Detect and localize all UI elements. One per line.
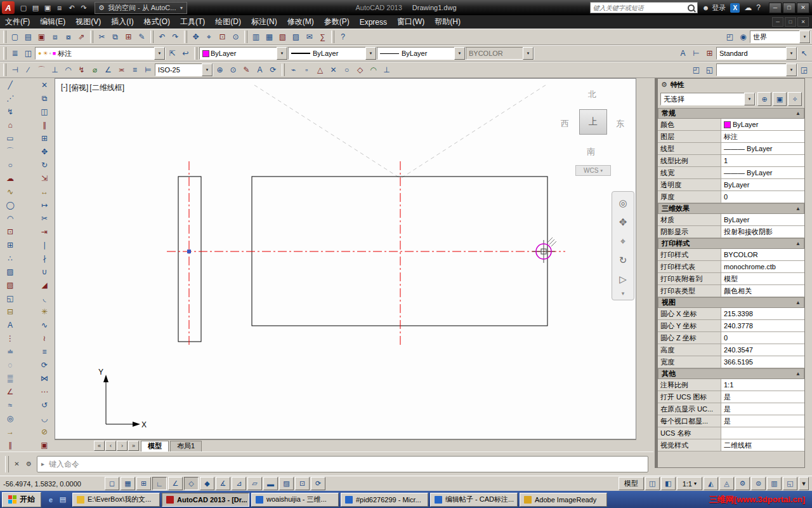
close-button[interactable]: ✕: [797, 3, 809, 13]
copy-icon[interactable]: ⧉: [108, 30, 122, 44]
transparency-icon[interactable]: ▨: [279, 477, 294, 490]
undo-icon[interactable]: ↶: [155, 30, 169, 44]
offset-icon[interactable]: ∥: [38, 118, 51, 131]
property-value[interactable]: 颜色相关: [721, 285, 804, 297]
toolbar-grip[interactable]: [184, 30, 187, 43]
search-input[interactable]: [591, 4, 685, 11]
quick-dim-icon[interactable]: ≍: [115, 64, 128, 77]
table-style-icon[interactable]: ⊞: [703, 47, 716, 60]
taskbar-item-imageready[interactable]: Adobe ImageReady: [520, 493, 607, 507]
region-icon[interactable]: ◱: [4, 291, 17, 305]
dynamic-input-icon[interactable]: ▱: [247, 477, 262, 490]
ordinate-icon[interactable]: ⊥: [48, 64, 62, 77]
annotation-visibility-icon[interactable]: ◭: [704, 477, 718, 490]
start-button[interactable]: 开始: [2, 492, 41, 507]
publish-icon[interactable]: ⇗: [75, 30, 88, 44]
menu-format[interactable]: 格式(O): [139, 15, 175, 29]
taskbar-item-autocad[interactable]: AutoCAD 2013 - [Dr...: [162, 493, 249, 507]
line-icon[interactable]: ╱: [4, 78, 17, 91]
property-value[interactable]: 是: [721, 415, 804, 427]
quick-properties-icon[interactable]: ⊡: [295, 477, 310, 490]
select-objects-icon[interactable]: ▣: [773, 92, 787, 106]
qnew-icon[interactable]: ▢: [18, 2, 29, 13]
undo-icon[interactable]: ↶: [66, 2, 77, 13]
section-header-view[interactable]: 视图▲: [658, 297, 804, 308]
3d-polyline-icon[interactable]: ∠: [4, 385, 17, 398]
arc-length-icon[interactable]: ⌒: [35, 64, 48, 77]
help-icon[interactable]: ?: [336, 30, 350, 44]
object-snap-icon[interactable]: ◇: [184, 477, 199, 490]
quicklaunch-ie-icon[interactable]: e: [46, 495, 56, 505]
world-globe-icon[interactable]: ◉: [737, 30, 750, 44]
toggle-pickadd-icon[interactable]: ⊕: [757, 92, 771, 106]
overkill-icon[interactable]: ⊘: [38, 425, 51, 438]
property-value[interactable]: 二维线框: [721, 439, 804, 451]
doc-restore-button[interactable]: □: [785, 17, 796, 27]
text-style-icon[interactable]: A: [676, 47, 690, 60]
navbar-more-button[interactable]: ▾: [622, 289, 625, 298]
dimstyle-combo[interactable]: ISO-25 ▼: [155, 64, 213, 76]
property-value[interactable]: 模型: [721, 273, 804, 284]
viewcube-wcs-menu[interactable]: WCS▾: [575, 165, 611, 176]
trim-icon[interactable]: ✂: [38, 211, 51, 225]
object-snap-tracking-icon[interactable]: ∡: [216, 477, 230, 490]
menu-view[interactable]: 视图(V): [70, 15, 106, 29]
stretch-icon[interactable]: ↔: [38, 185, 51, 198]
quick-view-drawings-icon[interactable]: ◧: [661, 477, 676, 490]
revision-cloud-icon[interactable]: ☁: [4, 171, 17, 185]
quicklaunch-desktop-icon[interactable]: ▤: [58, 495, 68, 505]
tab-scroll-button[interactable]: «: [94, 441, 105, 451]
zoom-realtime-icon[interactable]: ⌖: [202, 30, 216, 44]
property-value[interactable]: 0: [721, 191, 804, 203]
3d-object-snap-icon[interactable]: ◆: [200, 477, 214, 490]
construction-line-icon[interactable]: ⋰: [4, 91, 17, 105]
cloud-icon[interactable]: ☁: [744, 3, 752, 12]
menu-draw[interactable]: 绘图(D): [210, 15, 246, 29]
angular-icon[interactable]: ∠: [102, 64, 115, 77]
polyline-icon[interactable]: ↯: [4, 105, 17, 118]
dimension-style-icon[interactable]: ⊢: [690, 47, 703, 60]
taskbar-item-browser3[interactable]: 编辑帖子 - CAD标注...: [430, 493, 518, 507]
helix-icon[interactable]: ≈: [4, 398, 17, 411]
toolbar-grip[interactable]: [244, 30, 247, 43]
orbit-icon[interactable]: ↻: [615, 251, 631, 270]
boundary-icon[interactable]: ◌: [4, 358, 17, 371]
toolbar-lock-icon[interactable]: ⊜: [751, 477, 766, 490]
snap-tangent-icon[interactable]: ◠: [367, 64, 380, 77]
rectangle-icon[interactable]: ▭: [4, 131, 17, 145]
toolbar-grip[interactable]: [194, 47, 197, 60]
named-view-combo[interactable]: ▼: [716, 64, 797, 76]
palette-header[interactable]: ⚙ 特性: [658, 79, 804, 90]
color-combo[interactable]: ByLayer ▼: [199, 47, 288, 60]
copy-object-icon[interactable]: ⧉: [38, 91, 51, 105]
extend-icon[interactable]: ⇥: [38, 225, 51, 238]
chevron-down-icon[interactable]: ▼: [454, 47, 465, 60]
selection-combo[interactable]: 无选择 ▼: [660, 93, 756, 105]
menu-help[interactable]: 帮助(H): [429, 15, 466, 29]
break-icon[interactable]: ∤: [38, 251, 51, 265]
paste-icon[interactable]: ⊞: [122, 30, 135, 44]
property-value[interactable]: ByLayer: [721, 179, 804, 190]
snap-center-icon[interactable]: ○: [340, 64, 353, 77]
linetype-combo[interactable]: ByLayer ▼: [288, 47, 377, 60]
menu-tools[interactable]: 工具(T): [175, 15, 210, 29]
exchange-apps-icon[interactable]: X: [730, 3, 740, 13]
jogged-icon[interactable]: ↯: [75, 64, 88, 77]
collapse-icon[interactable]: ▲: [796, 206, 801, 211]
clean-screen-icon[interactable]: ◱: [783, 477, 797, 490]
redo-icon[interactable]: ↷: [78, 2, 89, 13]
property-value[interactable]: 是: [721, 403, 804, 415]
array-path-icon[interactable]: ⋯: [38, 385, 51, 398]
menu-file[interactable]: 文件(F): [0, 15, 35, 29]
help-icon[interactable]: ?: [756, 3, 761, 12]
spline-icon[interactable]: ∿: [4, 185, 17, 198]
chamfer-icon[interactable]: ◢: [38, 278, 51, 291]
doc-minimize-button[interactable]: ─: [772, 17, 783, 27]
command-line-grip[interactable]: [5, 456, 9, 472]
center-mark-icon[interactable]: ⊙: [226, 64, 240, 77]
layer-color-icon[interactable]: ■: [53, 50, 56, 57]
mirror-icon[interactable]: ◫: [38, 105, 51, 118]
arc-icon[interactable]: ⌒: [4, 145, 17, 158]
polar-tracking-icon[interactable]: ∠: [168, 477, 183, 490]
chevron-down-icon[interactable]: ▼: [365, 47, 376, 60]
